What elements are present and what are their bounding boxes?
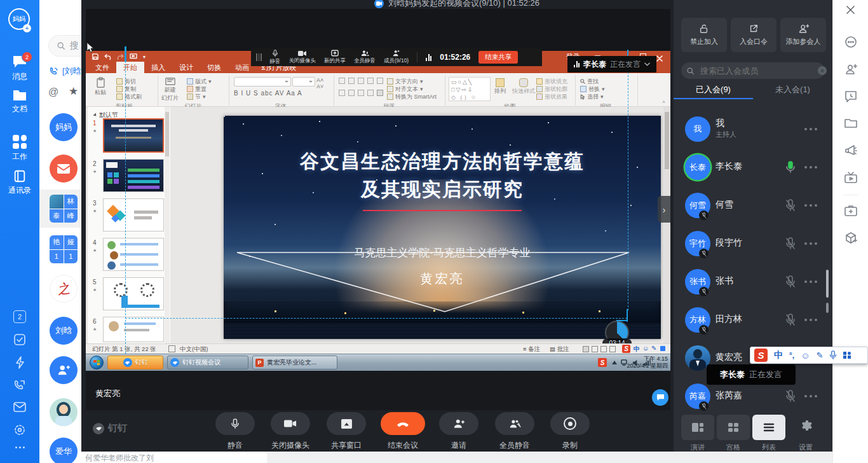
reset-button[interactable]: 重置 — [187, 85, 212, 93]
slideshow-qat-icon[interactable] — [130, 53, 137, 60]
mic-muted-icon[interactable] — [785, 237, 796, 250]
member-row[interactable]: 宇竹 段宇竹 — [674, 225, 832, 263]
slide-canvas[interactable]: 谷文昌生态治理方法的哲学意蕴 及其现实启示研究 马克思主义学院·马克思主义哲学专… — [224, 116, 661, 339]
slide-thumb-1-selected[interactable] — [103, 118, 164, 153]
qat-dropdown-icon[interactable]: ▾ — [143, 54, 146, 60]
add-participant-button[interactable]: 添加参会人 — [780, 18, 826, 52]
ime-grid-icon[interactable] — [843, 352, 851, 359]
mic-muted-icon[interactable] — [785, 390, 796, 403]
member-row[interactable]: 张书 张书 — [674, 263, 832, 301]
end-meeting-control[interactable]: 结束会议 — [377, 412, 428, 451]
mute-control[interactable]: 静音 — [210, 412, 261, 451]
taskbar-app-powerpoint[interactable]: P 黄宏亮毕业论文... — [252, 356, 337, 370]
ime-keyboard-icon[interactable] — [660, 346, 665, 351]
at-filter[interactable]: @ — [48, 86, 58, 98]
slide-scrollbar[interactable] — [663, 107, 670, 343]
share-window-control[interactable]: 共享窗口 — [321, 412, 372, 451]
nav-label-contacts[interactable]: 通讯录 — [0, 185, 39, 196]
calendar-icon[interactable]: 2 — [13, 310, 26, 323]
paste-button[interactable]: 粘贴 — [95, 77, 106, 97]
settings-gear-icon[interactable] — [799, 418, 813, 435]
font-style-buttons[interactable]: B I U S abc AV Aa A — [234, 90, 302, 97]
share-camera-button[interactable]: 关闭摄像头 — [289, 50, 316, 65]
mic-muted-icon[interactable] — [785, 199, 796, 212]
meeting-chat-button[interactable] — [652, 389, 668, 406]
group-avatar-lin[interactable]: 林 泰 峰 — [50, 195, 78, 223]
mic-muted-icon[interactable] — [785, 314, 796, 326]
language-status[interactable]: 中文(中国) — [180, 345, 208, 354]
view-speaker-button[interactable] — [681, 415, 714, 440]
member-menu-icon[interactable] — [804, 128, 817, 130]
inbox-icon[interactable] — [13, 402, 26, 415]
text-direction-button[interactable]: 文字方向 ▾ — [387, 78, 437, 85]
more-tools-icon[interactable] — [844, 36, 857, 48]
university-logo-avatar[interactable]: 之 — [50, 275, 78, 303]
ime-smile-icon[interactable]: ☺ — [642, 345, 649, 352]
share-newshare-button[interactable]: 新的共享 — [324, 50, 346, 65]
group-avatar-yan[interactable]: 艳 娅 1 1 — [50, 235, 78, 263]
taskbar-clock[interactable]: 下午 4:15 2020/4/2 星期四 — [627, 356, 668, 370]
ppt-close-icon[interactable] — [656, 53, 663, 64]
format-painter-button[interactable]: 格式刷 — [116, 93, 142, 100]
tab-design[interactable]: 设计 — [172, 62, 200, 73]
chat-avatar[interactable]: 妈妈 — [50, 113, 78, 141]
active-speaker-pill[interactable]: 李长泰 正在发言 — [567, 56, 656, 73]
member-row[interactable]: 长泰 李长泰 — [674, 148, 832, 186]
ime-mode-icon[interactable]: 中 — [634, 345, 640, 354]
messages-icon[interactable]: 2 — [12, 55, 27, 71]
share-members-button[interactable]: 成员(9/10) — [384, 50, 409, 65]
arrange-button[interactable]: 排列 — [494, 78, 506, 95]
taskbar-app-dingtalk[interactable]: 钉钉 — [107, 356, 163, 370]
mic-active-icon[interactable] — [785, 161, 796, 174]
contacts-icon[interactable] — [13, 169, 27, 186]
ime-voice-icon[interactable] — [829, 350, 837, 360]
member-menu-icon[interactable] — [804, 166, 817, 169]
align-buttons[interactable] — [339, 90, 383, 96]
docs-icon[interactable] — [12, 89, 27, 104]
font-grow-shrink[interactable]: A˄ A˅ — [316, 77, 332, 90]
folder-icon[interactable] — [844, 118, 857, 130]
tab-not-joined[interactable]: 未入会(1) — [753, 84, 832, 95]
new-slide-button[interactable]: 新建 幻灯片 — [161, 77, 179, 102]
record-control[interactable]: 录制 — [545, 412, 595, 451]
ongoing-call-banner[interactable]: [刘晗 — [50, 66, 81, 77]
member-search[interactable]: × — [681, 62, 825, 79]
camera-control[interactable]: 关闭摄像头 — [265, 412, 316, 451]
member-menu-icon[interactable] — [804, 204, 817, 207]
comments-toggle[interactable]: ▤ 批注 — [550, 345, 569, 354]
slide-thumb-2[interactable] — [103, 159, 164, 192]
lock-meeting-button[interactable]: 禁止加入 — [681, 18, 727, 52]
panel-collapse-handle[interactable]: › — [658, 196, 670, 223]
slide-thumb-4[interactable] — [103, 238, 164, 271]
redo-icon[interactable] — [117, 53, 124, 60]
ime-pen-icon[interactable]: ✎ — [651, 345, 656, 352]
undo-icon[interactable] — [104, 53, 111, 60]
tab-home-active[interactable]: 开始 — [116, 62, 144, 73]
nav-label-work[interactable]: 工作 — [0, 151, 39, 162]
add-member-icon[interactable] — [844, 63, 857, 76]
shape-outline-button[interactable]: 形状轮廓 — [536, 85, 567, 93]
todo-icon[interactable] — [13, 333, 26, 349]
smartart-button[interactable]: 转换为 SmartArt — [387, 93, 437, 100]
community-icon[interactable] — [13, 424, 26, 439]
panel-scrollbar-thumb[interactable] — [826, 270, 829, 298]
collapse-ribbon-icon[interactable]: ˄ — [662, 99, 665, 105]
clear-search-icon[interactable]: × — [818, 66, 827, 75]
cut-button[interactable]: 剪切 — [116, 78, 142, 85]
spellcheck-icon[interactable] — [168, 345, 175, 352]
nav-label-docs[interactable]: 文档 — [0, 104, 39, 114]
work-icon[interactable] — [13, 135, 27, 149]
font-size-dropdown[interactable] — [292, 77, 315, 86]
member-menu-icon[interactable] — [804, 395, 817, 397]
share-muteall-button[interactable]: 全员静音 — [354, 50, 376, 65]
normal-view-icon[interactable] — [583, 346, 589, 352]
drag-handle-icon[interactable] — [256, 53, 262, 61]
tab-joined[interactable]: 已入会(9) — [674, 84, 753, 95]
tab-insert[interactable]: 插入 — [144, 62, 172, 73]
add-contact-avatar[interactable] — [50, 356, 78, 384]
shapes-gallery[interactable]: ▭○△╲□▽⇨⇩◇（）☆ — [449, 77, 491, 101]
slide-thumb-3[interactable] — [103, 198, 164, 232]
ime-pen-icon[interactable]: ✎ — [816, 350, 823, 360]
save-icon[interactable] — [92, 53, 98, 60]
replace-button[interactable]: 替换 ▾ — [580, 85, 605, 93]
